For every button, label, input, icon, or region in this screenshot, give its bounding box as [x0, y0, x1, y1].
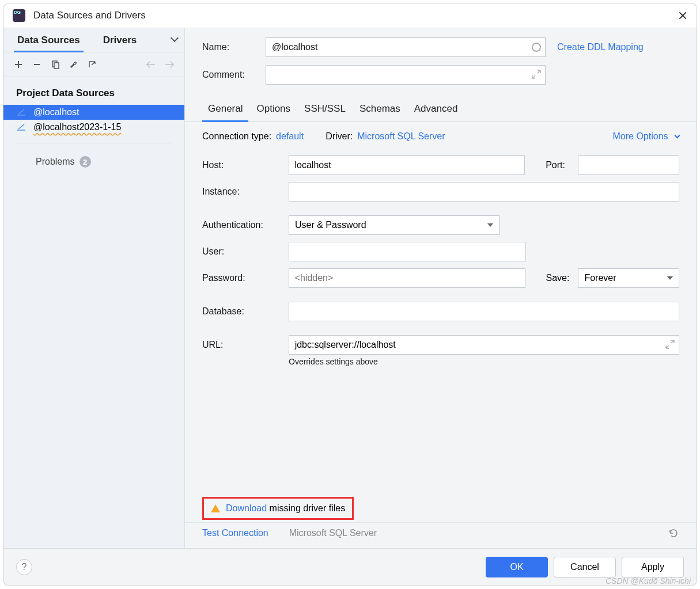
tab-general[interactable]: General: [202, 97, 248, 121]
ok-button[interactable]: OK: [486, 557, 548, 577]
port-label: Port:: [546, 160, 578, 170]
datasource-icon: [16, 123, 27, 131]
chevron-down-icon: [667, 276, 673, 280]
copy-icon[interactable]: [46, 57, 65, 72]
chevron-down-icon: [487, 223, 493, 227]
name-input[interactable]: [266, 37, 546, 57]
datasource-icon: [16, 108, 27, 116]
watermark: CSDN @Kudō Shin-ichi: [606, 576, 691, 586]
divider: [16, 143, 172, 143]
save-label: Save:: [546, 273, 578, 283]
sidebar-toolbar: [3, 52, 184, 77]
download-link[interactable]: Download: [226, 503, 267, 513]
sidebar-item-localhost[interactable]: @localhost: [3, 105, 184, 120]
driver-label: Driver:: [326, 131, 353, 142]
auth-label: Authentication:: [202, 220, 289, 230]
password-input[interactable]: [289, 268, 525, 288]
instance-input[interactable]: [289, 182, 679, 202]
forward-icon[interactable]: [160, 57, 179, 72]
download-driver-warning: Download missing driver files: [202, 497, 354, 520]
color-ring-icon[interactable]: [532, 43, 541, 52]
sidebar-item-localhost2023[interactable]: @localhost2023-1-15: [3, 120, 184, 135]
titlebar: Data Sources and Drivers: [3, 3, 697, 28]
save-select[interactable]: Forever: [578, 268, 679, 288]
sidebar-item-label: @localhost2023-1-15: [33, 122, 121, 132]
cancel-button[interactable]: Cancel: [554, 557, 616, 577]
dialog-window: Data Sources and Drivers Data Sources Dr…: [3, 3, 697, 586]
name-label: Name:: [202, 42, 266, 52]
url-input[interactable]: jdbc:sqlserver://localhost: [289, 335, 679, 355]
back-icon[interactable]: [142, 57, 160, 72]
problems-count-badge: 2: [80, 156, 91, 168]
window-title: Data Sources and Drivers: [33, 10, 678, 21]
test-row: Test Connection Microsoft SQL Server: [185, 522, 697, 548]
sidebar-tree: Project Data Sources @localhost @localho…: [3, 77, 184, 548]
warning-icon: [211, 504, 220, 512]
connection-type-value[interactable]: default: [276, 131, 304, 142]
tab-data-sources[interactable]: Data Sources: [8, 28, 89, 52]
sidebar: Data Sources Drivers Project Data Source…: [3, 28, 185, 548]
connection-type-label: Connection type:: [202, 131, 271, 142]
user-label: User:: [202, 246, 289, 257]
tab-options[interactable]: Options: [251, 97, 296, 121]
export-icon[interactable]: [83, 57, 101, 72]
sidebar-heading: Project Data Sources: [3, 83, 184, 105]
warning-text: missing driver files: [267, 503, 345, 513]
revert-icon[interactable]: [668, 527, 679, 539]
user-input[interactable]: [289, 242, 526, 261]
database-label: Database:: [202, 306, 289, 317]
sidebar-tabs: Data Sources Drivers: [3, 28, 184, 52]
port-input[interactable]: [578, 155, 679, 175]
password-label: Password:: [202, 273, 289, 283]
app-icon: [13, 9, 25, 22]
test-connection-link[interactable]: Test Connection: [202, 528, 268, 538]
close-icon[interactable]: [678, 11, 687, 20]
tab-advanced[interactable]: Advanced: [408, 97, 464, 121]
add-icon[interactable]: [9, 57, 28, 72]
comment-label: Comment:: [202, 70, 266, 80]
instance-label: Instance:: [202, 187, 289, 197]
host-input[interactable]: [289, 155, 525, 175]
wrench-icon[interactable]: [65, 57, 83, 72]
tab-drivers[interactable]: Drivers: [94, 28, 146, 52]
sidebar-expand-icon[interactable]: [169, 33, 180, 48]
tab-ssh-ssl[interactable]: SSH/SSL: [298, 97, 351, 121]
problems-label: Problems: [36, 157, 75, 167]
sidebar-problems[interactable]: Problems 2: [3, 151, 184, 172]
tab-schemas[interactable]: Schemas: [354, 97, 406, 121]
database-input[interactable]: [289, 302, 679, 321]
main-panel: Name: Create DDL Mapping Comment: Genera…: [185, 28, 697, 548]
url-label: URL:: [202, 340, 289, 350]
sidebar-item-label: @localhost: [33, 107, 79, 117]
host-label: Host:: [202, 160, 289, 170]
svg-rect-1: [54, 63, 59, 69]
expand-icon[interactable]: [531, 69, 542, 79]
more-options-link[interactable]: More Options: [613, 131, 680, 142]
comment-input[interactable]: [266, 65, 546, 85]
remove-icon[interactable]: [28, 57, 46, 72]
driver-name-label: Microsoft SQL Server: [289, 528, 377, 538]
config-tabs: General Options SSH/SSL Schemas Advanced: [185, 97, 697, 122]
expand-icon[interactable]: [665, 339, 675, 349]
create-ddl-mapping-link[interactable]: Create DDL Mapping: [557, 42, 644, 52]
auth-select[interactable]: User & Password: [289, 215, 500, 235]
help-icon[interactable]: ?: [16, 559, 32, 575]
dialog-footer: ? OK Cancel Apply: [3, 548, 697, 586]
driver-value-link[interactable]: Microsoft SQL Server: [357, 131, 445, 142]
url-hint: Overrides settings above: [289, 357, 679, 366]
apply-button[interactable]: Apply: [622, 557, 684, 577]
